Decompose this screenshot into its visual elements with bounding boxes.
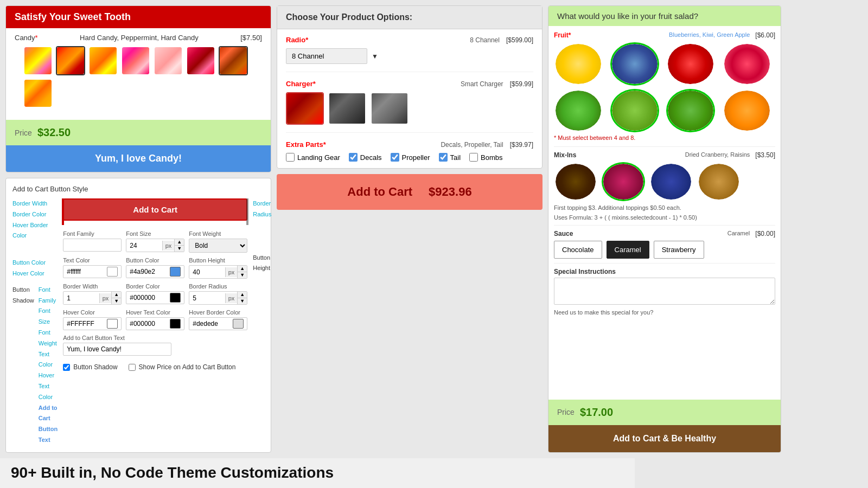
charger-img-3[interactable] [371, 92, 409, 125]
button-height-up[interactable]: ▲ [238, 266, 247, 272]
fruit-mango[interactable] [723, 89, 771, 132]
border-radius-up[interactable]: ▲ [238, 292, 247, 298]
candy-img-8[interactable] [23, 79, 53, 108]
fruit-cherry[interactable] [666, 42, 715, 86]
po-radio-select[interactable]: 8 Channel 10 Channel 12 Channel [286, 48, 367, 64]
hover-color-swatch[interactable] [107, 319, 118, 329]
border-radius-down[interactable]: ▼ [238, 298, 247, 304]
hover-border-color-swatch[interactable] [233, 319, 244, 329]
border-radius-input[interactable] [189, 292, 225, 304]
candy-field-price: [$7.50] [240, 34, 262, 42]
font-weight-select[interactable]: Bold Normal [189, 239, 247, 253]
hover-border-color-input[interactable] [193, 320, 231, 328]
candy-img-7[interactable] [219, 46, 248, 75]
po-header: Choose Your Product Options: [277, 6, 542, 29]
border-radius-stepper: ▲ ▼ [237, 292, 247, 304]
po-radio-value: 8 Channel [470, 36, 500, 44]
candy-label-row: Candy* Hard Candy, Peppermint, Hard Cand… [15, 34, 262, 42]
sr-border: Border [253, 198, 271, 209]
button-height-group: Button Height px ▲ ▼ [189, 257, 247, 279]
fruit-kiwi[interactable] [666, 89, 715, 132]
sl-hover-text-color: Hover Text Color [39, 370, 58, 402]
button-color-swatch[interactable] [170, 267, 181, 277]
hover-color-input[interactable] [67, 320, 105, 328]
button-text-input[interactable] [63, 343, 171, 356]
button-height-input[interactable] [189, 266, 225, 278]
sauce-strawberry-button[interactable]: Strawberry [654, 241, 704, 259]
product-add-to-cart-button[interactable]: Add to Cart $923.96 [277, 174, 542, 210]
fruit-price-label: Price [557, 408, 575, 416]
border-radius-px: px [225, 293, 238, 303]
dropdown-arrow-icon: ▼ [372, 53, 378, 60]
show-price-checkbox[interactable] [129, 364, 136, 371]
button-shadow-checkbox[interactable] [63, 364, 70, 371]
fruit-apple[interactable] [610, 89, 659, 132]
charger-img-2[interactable] [328, 92, 366, 125]
fruit-warning: * Must select between 4 and 8. [554, 134, 775, 141]
mixin-blueberry[interactable] [649, 162, 693, 201]
mixins-price: [$3.50] [755, 151, 775, 159]
mixin-almond[interactable] [697, 162, 741, 201]
border-width-up[interactable]: ▲ [112, 292, 121, 298]
preview-text: Add to Cart [133, 205, 177, 214]
style-center: Add to Cart Font Family [63, 198, 247, 446]
special-instructions: Special Instructions Need us to make thi… [554, 263, 775, 316]
mixin-cranberry[interactable] [602, 162, 645, 201]
border-width-down[interactable]: ▼ [112, 298, 121, 304]
sauce-chocolate-button[interactable]: Chocolate [554, 241, 602, 259]
text-color-swatch[interactable] [107, 267, 118, 277]
sauce-label: Sauce [554, 230, 573, 237]
propeller-checkbox[interactable] [391, 153, 399, 162]
candy-price-value: $32.50 [37, 126, 71, 139]
candy-img-6[interactable] [186, 46, 215, 75]
style-editor: Add to Cart Button Style Border Width Bo… [5, 178, 271, 453]
tail-checkbox[interactable] [439, 153, 448, 162]
fruit-body: Fruit* Blueberries, Kiwi, Green Apple [$… [548, 26, 781, 400]
border-color-input-group [126, 291, 184, 304]
charger-img-1[interactable] [286, 92, 324, 125]
button-color-input[interactable] [130, 268, 168, 275]
border-width-input[interactable] [63, 292, 99, 304]
landing-gear-checkbox[interactable] [286, 153, 295, 162]
candy-img-1[interactable] [23, 46, 53, 75]
decals-checkbox[interactable] [349, 153, 358, 162]
border-color-input[interactable] [130, 294, 168, 301]
fruit-grapes[interactable] [554, 89, 603, 132]
hover-text-color-input[interactable] [130, 320, 168, 328]
border-color-swatch[interactable] [170, 293, 181, 303]
mixin-choc[interactable] [554, 162, 597, 201]
font-size-up[interactable]: ▲ [175, 239, 184, 246]
fruit-watermelon[interactable] [723, 42, 771, 86]
sauce-caramel-button[interactable]: Caramel [607, 241, 649, 259]
border-width-stepper: ▲ ▼ [111, 292, 121, 304]
candy-img-2[interactable] [56, 46, 85, 75]
po-radio-price: [$599.00] [506, 36, 533, 44]
special-instructions-textarea[interactable] [554, 278, 775, 305]
sauce-header: Sauce Caramel [$0.00] [554, 230, 775, 237]
bombs-checkbox[interactable] [469, 153, 478, 162]
button-height-down[interactable]: ▼ [238, 272, 247, 278]
hover-text-color-swatch[interactable] [170, 319, 181, 329]
text-color-label: Text Color [63, 257, 122, 264]
candy-add-button[interactable]: Yum, I love Candy! [6, 145, 271, 172]
fruit-banana[interactable] [554, 42, 603, 86]
extra-bombs: Bombs [469, 153, 502, 162]
fruit-add-to-cart-button[interactable]: Add to Cart & Be Healthy [548, 425, 781, 452]
text-color-input[interactable] [67, 268, 105, 275]
extra-decals: Decals [349, 153, 382, 162]
candy-img-3[interactable] [88, 46, 118, 75]
sl-border-width: Border Width [12, 198, 58, 209]
candy-field-value: Hard Candy, Peppermint, Hard Candy [80, 34, 199, 42]
font-size-down[interactable]: ▼ [175, 246, 184, 252]
sl-button-color: Button Color [12, 258, 58, 268]
font-family-input[interactable] [63, 239, 122, 252]
formula-text-2: Uses Formula: 3 + ( ( mixins.selectedcou… [554, 214, 775, 221]
candy-img-4[interactable] [121, 46, 150, 75]
fruit-blueberry[interactable] [610, 42, 659, 86]
font-size-input[interactable] [126, 240, 162, 252]
sauce-buttons: Chocolate Caramel Strawberry [554, 241, 775, 259]
po-charger-header: Charger* Smart Charger [$59.99] [286, 80, 533, 88]
po-body: Radio* 8 Channel [$599.00] 8 Channel 10 … [277, 29, 542, 168]
candy-img-5[interactable] [154, 46, 183, 75]
special-instructions-hint: Need us to make this special for you? [554, 309, 775, 316]
